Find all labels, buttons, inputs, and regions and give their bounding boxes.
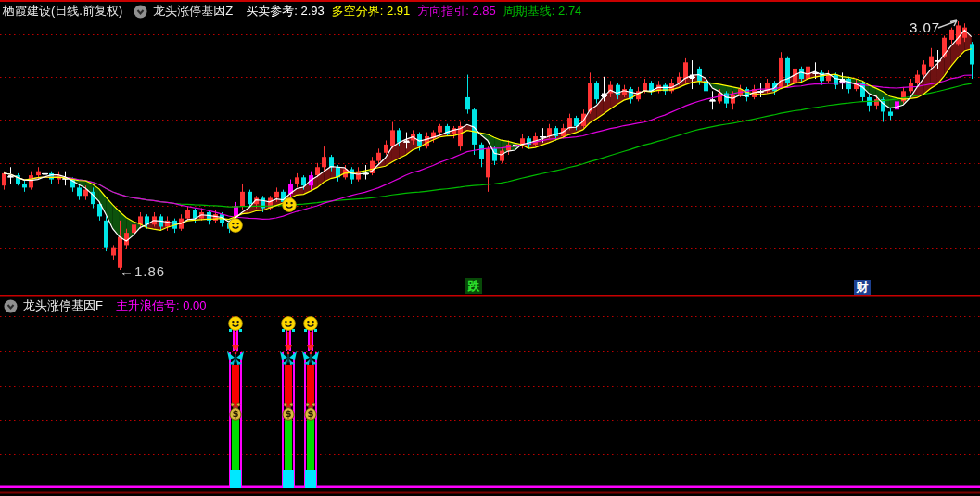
trading-app-window: 栖霞建设(日线.前复权) 龙头涨停基因Z 买卖参考: 2.93多空分界: 2.9… <box>0 0 980 496</box>
svg-text:$: $ <box>286 409 292 419</box>
indicator-params: 买卖参考: 2.93多空分界: 2.91方向指引: 2.85周期基线: 2.74 <box>238 3 581 19</box>
stock-title: 栖霞建设(日线.前复权) <box>3 3 122 19</box>
event-badge-die[interactable]: 跌 <box>465 278 482 294</box>
tower-cyan-block <box>305 470 316 488</box>
indicator-param-1: 多空分界: 2.91 <box>332 4 411 18</box>
signal-value: 0.00 <box>183 299 206 312</box>
event-badge-text: 财 <box>857 280 869 294</box>
tower-cyan-block <box>230 470 241 488</box>
tower-red-bar <box>307 365 314 406</box>
smiley-signal-icon <box>282 197 297 212</box>
indicator-param-3: 周期基线: 2.74 <box>503 4 582 18</box>
sub-chart-header: 龙头涨停基因F 主升浪信号: 0.00 <box>0 298 980 314</box>
main-chart-header: 栖霞建设(日线.前复权) 龙头涨停基因Z 买卖参考: 2.93多空分界: 2.9… <box>0 3 980 19</box>
signal-tower: $ <box>279 315 298 488</box>
tower-green-bar <box>307 419 314 471</box>
signal-tower: $ <box>226 315 245 488</box>
moneybag-signal-icon: $ <box>227 402 244 421</box>
tower-cyan-block <box>283 470 294 488</box>
butterfly-signal-icon <box>227 350 244 366</box>
moneybag-signal-icon: $ <box>302 402 319 421</box>
tower-green-bar <box>232 419 239 471</box>
svg-text:$: $ <box>308 409 314 419</box>
signal-label: 主升浪信号: <box>116 299 180 312</box>
annotation-arrow-icon <box>936 18 961 31</box>
indicator-collapse-icon[interactable] <box>134 5 147 19</box>
indicator-name-sub: 龙头涨停基因F <box>23 298 103 314</box>
tower-red-bar <box>285 365 292 406</box>
event-badge-text: 跌 <box>468 279 480 293</box>
indicator-param-2: 方向指引: 2.85 <box>417 4 496 18</box>
signal-value-label: 主升浪信号: 0.00 <box>116 298 207 314</box>
smiley-signal-icon <box>281 316 296 331</box>
chart-overlay: ←1.86 3.07 跌财 <box>0 0 980 496</box>
annotation-low: ←1.86 <box>120 263 165 279</box>
butterfly-signal-icon <box>302 350 319 366</box>
moneybag-signal-icon: $ <box>280 402 297 421</box>
tower-green-bar <box>285 419 292 471</box>
event-badge-cai[interactable]: 财 <box>854 280 871 295</box>
indicator-name-main: 龙头涨停基因Z <box>153 3 233 19</box>
svg-text:$: $ <box>233 409 239 419</box>
sub-indicator-collapse-icon[interactable] <box>4 299 18 313</box>
price-annotation-text: ←1.86 <box>120 263 165 279</box>
smiley-signal-icon <box>303 316 318 331</box>
indicator-param-0: 买卖参考: 2.93 <box>246 4 325 18</box>
tower-red-bar <box>232 365 239 406</box>
butterfly-signal-icon <box>280 350 297 366</box>
smiley-signal-icon <box>228 316 243 331</box>
signal-tower: $ <box>301 315 320 488</box>
smiley-signal-icon <box>228 218 243 233</box>
